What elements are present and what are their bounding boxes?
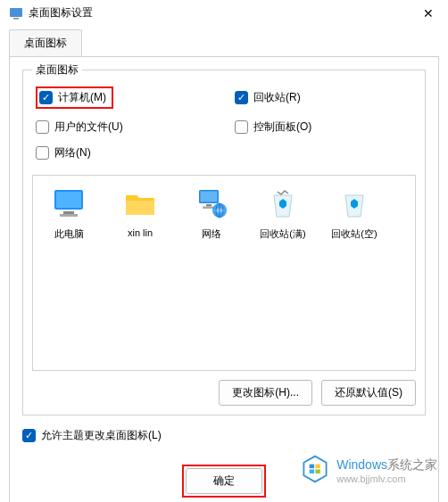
svg-rect-7 — [201, 192, 218, 202]
watermark-url: www.bjjmlv.com — [336, 473, 437, 484]
icon-this-pc[interactable]: 此电脑 — [38, 183, 99, 244]
recycle-empty-icon — [336, 186, 372, 222]
highlight-computer: 计算机(M) — [36, 86, 113, 109]
label-recycle: 回收站(R) — [253, 90, 301, 105]
svg-rect-15 — [310, 469, 314, 473]
row-network: 网络(N) — [36, 145, 217, 160]
label-computer: 计算机(M) — [58, 90, 106, 105]
network-icon — [194, 186, 229, 222]
fieldset-legend: 桌面图标 — [32, 62, 82, 78]
icon-user-folder[interactable]: xin lin — [110, 183, 170, 244]
row-allow-theme: 允许主题更改桌面图标(L) — [22, 428, 426, 443]
checkbox-computer[interactable] — [39, 91, 53, 104]
icon-label: xin lin — [128, 227, 153, 238]
svg-rect-5 — [60, 214, 78, 217]
checkbox-allow-theme[interactable] — [22, 429, 36, 442]
icon-grid: 此电脑 xin lin 网络 — [38, 183, 410, 244]
icon-network[interactable]: 网络 — [181, 183, 242, 244]
svg-rect-13 — [310, 465, 314, 469]
watermark-brand-prefix: Windows — [336, 457, 387, 472]
svg-rect-8 — [206, 204, 212, 207]
row-userfiles: 用户的文件(U) — [36, 119, 217, 135]
close-button[interactable]: ✕ — [418, 6, 439, 21]
fieldset-button-row: 更改图标(H)... 还原默认值(S) — [32, 380, 416, 406]
checkbox-grid: 计算机(M) 回收站(R) 用户的文件(U) 控制面板(O) 网络 — [32, 83, 416, 169]
window-icon — [9, 6, 23, 21]
tab-area: 桌面图标 桌面图标 计算机(M) 回收站(R) 用户的文件(U) — [9, 29, 439, 502]
checkbox-controlpanel[interactable] — [235, 120, 248, 134]
change-icon-button[interactable]: 更改图标(H)... — [219, 380, 312, 406]
icon-label: 回收站(空) — [331, 227, 377, 241]
recycle-full-icon — [265, 186, 301, 222]
svg-rect-1 — [13, 18, 19, 20]
checkbox-userfiles[interactable] — [36, 120, 49, 134]
svg-rect-14 — [316, 465, 320, 469]
window-title: 桌面图标设置 — [29, 5, 412, 21]
icon-label: 此电脑 — [54, 227, 84, 241]
svg-rect-16 — [316, 469, 320, 473]
fieldset-desktop-icons: 桌面图标 计算机(M) 回收站(R) 用户的文件(U) — [22, 70, 426, 416]
restore-default-button[interactable]: 还原默认值(S) — [321, 380, 416, 406]
highlight-ok: 确定 — [182, 465, 266, 498]
button-label: 确定 — [213, 474, 235, 487]
monitor-icon — [51, 186, 87, 222]
label-allow-theme: 允许主题更改桌面图标(L) — [41, 428, 162, 443]
svg-rect-4 — [63, 211, 74, 214]
row-controlpanel: 控制面板(O) — [235, 119, 416, 135]
label-network: 网络(N) — [54, 145, 91, 160]
icon-label: 网络 — [202, 227, 221, 241]
titlebar: 桌面图标设置 ✕ — [0, 0, 448, 26]
tab-desktop-icons[interactable]: 桌面图标 — [9, 29, 82, 56]
tab-label: 桌面图标 — [24, 37, 67, 49]
checkbox-network[interactable] — [36, 146, 49, 160]
windows-logo-icon — [299, 453, 331, 488]
button-label: 还原默认值(S) — [335, 386, 402, 399]
icon-preview-box: 此电脑 xin lin 网络 — [32, 175, 416, 371]
icon-label: 回收站(满) — [260, 227, 305, 241]
button-label: 更改图标(H)... — [232, 386, 299, 399]
svg-rect-0 — [10, 8, 22, 17]
svg-rect-3 — [56, 192, 81, 208]
label-userfiles: 用户的文件(U) — [54, 119, 123, 135]
ok-button[interactable]: 确定 — [186, 468, 262, 494]
row-computer: 计算机(M) — [36, 86, 217, 109]
checkbox-recycle[interactable] — [235, 91, 248, 104]
icon-recycle-empty[interactable]: 回收站(空) — [324, 183, 385, 244]
watermark-brand-suffix: 系统之家 — [387, 457, 437, 472]
icon-recycle-full[interactable]: 回收站(满) — [253, 183, 313, 244]
tab-content: 桌面图标 计算机(M) 回收站(R) 用户的文件(U) — [9, 56, 439, 502]
label-controlpanel: 控制面板(O) — [253, 119, 311, 135]
watermark: Windows系统之家 www.bjjmlv.com — [299, 453, 437, 488]
watermark-text: Windows系统之家 www.bjjmlv.com — [336, 457, 437, 484]
row-recycle: 回收站(R) — [235, 86, 416, 109]
folder-icon — [122, 186, 158, 222]
